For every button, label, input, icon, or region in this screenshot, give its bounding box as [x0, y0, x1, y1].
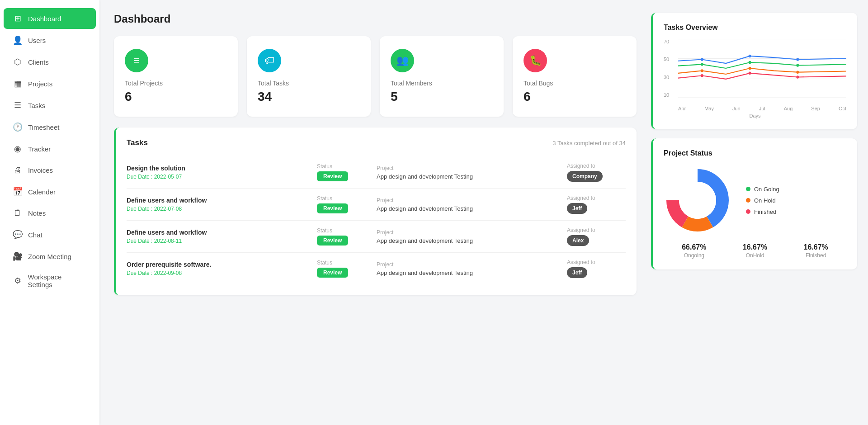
total-bugs-value: 6 — [524, 90, 626, 104]
sidebar-label-chat: Chat — [28, 231, 42, 239]
total-members-value: 5 — [391, 90, 493, 104]
svg-point-4 — [701, 58, 703, 61]
total-projects-icon: ≡ — [125, 49, 148, 72]
chart-svg — [678, 39, 846, 98]
task-due-2: Due Date : 2022-08-11 — [127, 238, 311, 244]
chart-y-label: 50 — [664, 57, 676, 62]
donut-chart — [664, 166, 731, 234]
tasks-overview-title: Tasks Overview — [664, 24, 846, 32]
svg-point-11 — [749, 67, 751, 70]
donut-legend: On Going On Hold Finished — [746, 186, 779, 215]
clients-icon: ⬡ — [13, 57, 23, 67]
svg-point-5 — [749, 55, 751, 58]
task-status-col-1: Status Review — [317, 195, 371, 213]
chart-x-labels: AprMayJunJulAugSepOct — [678, 106, 846, 111]
tasks-overview-chart: 70503010 — [664, 39, 846, 111]
project-label-0: Project — [377, 165, 561, 171]
sidebar-item-notes[interactable]: 🗒 Notes — [4, 203, 96, 223]
workspace-settings-icon: ⚙ — [13, 276, 23, 286]
svg-point-14 — [749, 72, 751, 75]
tasks-subtitle: 3 Tasks completed out of 34 — [552, 140, 626, 146]
tasks-title: Tasks — [127, 138, 148, 147]
svg-point-10 — [701, 69, 703, 72]
tasks-header: Tasks 3 Tasks completed out of 34 — [127, 138, 626, 147]
chart-y-label: 10 — [664, 92, 676, 98]
stat-lbl: Finished — [804, 252, 828, 259]
task-assignee-col-2: Assigned to Alex — [567, 227, 626, 246]
sidebar-item-workspace-settings[interactable]: ⚙ Workspace Settings — [4, 268, 96, 294]
status-badge-3: Review — [317, 268, 348, 278]
sidebar-item-calender[interactable]: 📅 Calender — [4, 181, 96, 202]
total-tasks-icon: 🏷 — [258, 49, 281, 72]
notes-icon: 🗒 — [13, 208, 23, 218]
table-row: Define users and workflow Due Date : 202… — [127, 189, 626, 221]
right-panel: Tasks Overview 70503010 — [651, 0, 868, 425]
sidebar-item-clients[interactable]: ⬡ Clients — [4, 52, 96, 72]
sidebar-label-timesheet: Timesheet — [28, 123, 59, 131]
status-label-2: Status — [317, 227, 371, 234]
sidebar-label-dashboard: Dashboard — [28, 15, 61, 23]
assignee-label-0: Assigned to — [567, 163, 626, 169]
calender-icon: 📅 — [13, 187, 23, 197]
users-icon: 👤 — [13, 35, 23, 45]
assignee-label-2: Assigned to — [567, 227, 626, 233]
legend-item: On Hold — [746, 197, 779, 204]
tasks-icon: ☰ — [13, 100, 23, 110]
assignee-label-3: Assigned to — [567, 259, 626, 265]
chart-x-label: Oct — [839, 106, 846, 111]
legend-dot — [746, 187, 750, 191]
project-label-2: Project — [377, 229, 561, 236]
sidebar-item-chat[interactable]: 💬 Chat — [4, 224, 96, 245]
status-badge-1: Review — [317, 203, 348, 213]
task-assignee-col-1: Assigned to Jeff — [567, 195, 626, 214]
stat-card-total-members: 👥 Total Members 5 — [380, 36, 504, 117]
task-info-0: Design the solution Due Date : 2022-05-0… — [127, 165, 311, 180]
svg-point-19 — [679, 182, 716, 219]
tasks-section: Tasks 3 Tasks completed out of 34 Design… — [114, 128, 637, 295]
task-status-col-0: Status Review — [317, 163, 371, 181]
task-due-1: Due Date : 2022-07-08 — [127, 206, 311, 212]
sidebar-item-projects[interactable]: ▦ Projects — [4, 73, 96, 94]
sidebar-item-zoom-meeting[interactable]: 🎥 Zoom Meeting — [4, 246, 96, 267]
sidebar-item-tasks[interactable]: ☰ Tasks — [4, 95, 96, 116]
chart-x-label: Aug — [784, 106, 793, 111]
page-title: Dashboard — [114, 13, 637, 25]
svg-point-12 — [796, 71, 799, 74]
stat-lbl: Ongoing — [682, 252, 706, 259]
tasks-overview-card: Tasks Overview 70503010 — [651, 13, 857, 129]
sidebar-label-projects: Projects — [28, 80, 52, 88]
sidebar-item-timesheet[interactable]: 🕐 Timesheet — [4, 117, 96, 137]
status-label-0: Status — [317, 163, 371, 170]
sidebar-item-invoices[interactable]: 🖨 Invoices — [4, 160, 96, 180]
svg-point-6 — [796, 58, 799, 61]
chart-x-label: Apr — [678, 106, 686, 111]
legend-dot — [746, 209, 750, 214]
status-label-3: Status — [317, 260, 371, 266]
sidebar-item-tracker[interactable]: ◉ Tracker — [4, 138, 96, 159]
stat-lbl: OnHold — [743, 252, 767, 259]
task-project-col-0: Project App design and development Testi… — [377, 165, 561, 180]
status-stat-item: 16.67% Finished — [804, 243, 828, 259]
table-row: Design the solution Due Date : 2022-05-0… — [127, 156, 626, 189]
stat-card-total-tasks: 🏷 Total Tasks 34 — [247, 36, 371, 117]
chart-x-label: Sep — [811, 106, 820, 111]
chart-x-label: May — [704, 106, 714, 111]
assignee-badge-0: Company — [567, 171, 603, 182]
sidebar-item-users[interactable]: 👤 Users — [4, 30, 96, 51]
sidebar-label-workspace-settings: Workspace Settings — [28, 273, 87, 288]
task-name-0: Design the solution — [127, 165, 311, 172]
sidebar-label-notes: Notes — [28, 209, 46, 217]
task-assignee-col-3: Assigned to Jeff — [567, 259, 626, 278]
task-name-2: Define users and workflow — [127, 229, 311, 236]
task-info-3: Order prerequisite software. Due Date : … — [127, 261, 311, 276]
project-status-card: Project Status On Going — [651, 138, 857, 269]
task-info-1: Define users and workflow Due Date : 202… — [127, 197, 311, 212]
total-members-icon: 👥 — [391, 49, 414, 72]
project-label-1: Project — [377, 197, 561, 203]
task-due-3: Due Date : 2022-09-08 — [127, 270, 311, 276]
main-content: Dashboard ≡ Total Projects 6 🏷 Total Tas… — [99, 0, 651, 425]
status-stats: 66.67% Ongoing16.67% OnHold16.67% Finish… — [664, 243, 846, 259]
table-row: Define users and workflow Due Date : 202… — [127, 221, 626, 253]
chat-icon: 💬 — [13, 230, 23, 240]
sidebar-item-dashboard[interactable]: ⊞ Dashboard — [4, 8, 96, 29]
